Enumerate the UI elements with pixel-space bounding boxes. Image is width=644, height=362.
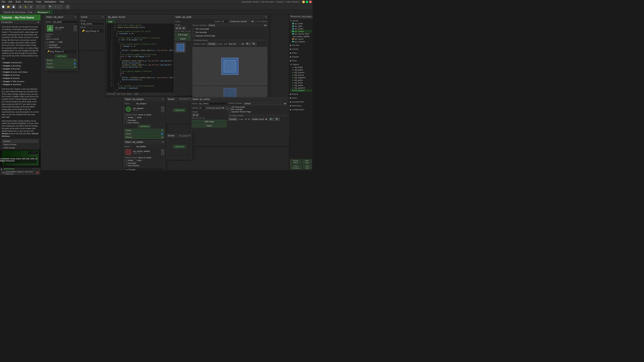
sounds-header[interactable]: ▶ Sounds bbox=[290, 48, 312, 51]
stop-button[interactable]: ■ bbox=[28, 4, 33, 9]
obj-juliet2-item[interactable]: ◈ obj_juliet2 bbox=[290, 69, 312, 71]
weapon-persistent-checkbox[interactable] bbox=[124, 119, 127, 121]
events-window-header[interactable]: Events ✕ bbox=[80, 15, 105, 19]
preview-collision-btn[interactable]: Preview bbox=[207, 42, 216, 45]
chapter-5[interactable]: • Chapter 5 Scoring bbox=[2, 73, 39, 77]
chapter-2[interactable]: • Chapter 2 Shooting bbox=[2, 64, 39, 67]
obj-player-header[interactable]: Object: obj_player ✕ bbox=[45, 15, 78, 19]
undo-button[interactable]: ↩ bbox=[36, 4, 40, 9]
menu-edit[interactable]: Edit bbox=[8, 1, 13, 3]
menu-build[interactable]: Build bbox=[15, 1, 21, 3]
tile-v-checkbox[interactable] bbox=[192, 31, 194, 33]
uses-physics-checkbox[interactable] bbox=[46, 46, 48, 48]
spr-weapon-item[interactable]: spr_weapon bbox=[290, 40, 312, 43]
obj-menu-item[interactable]: ◈ obj_menu bbox=[290, 81, 312, 84]
chapter-4[interactable]: • Chapter 4 Lives And Views bbox=[2, 70, 39, 74]
enemy-texture-select[interactable]: Default bbox=[244, 102, 287, 105]
enemy-sep-tex-checkbox[interactable] bbox=[228, 111, 230, 113]
add-event-button[interactable]: Add Event bbox=[55, 54, 68, 58]
enemy-tile-h-checkbox[interactable] bbox=[228, 106, 230, 108]
splatter-event-create[interactable]: ★ Create bbox=[125, 168, 164, 170]
sep-tex-page-checkbox[interactable] bbox=[192, 35, 194, 37]
sprite-prev-btn[interactable]: ◀ bbox=[175, 26, 178, 29]
sprite-enemy-header[interactable]: Sprite: spr_enemy ✕ bbox=[191, 97, 289, 101]
parent-button[interactable]: Parent👤 bbox=[46, 62, 77, 65]
magnify-out-btn[interactable]: 🔍- bbox=[252, 42, 256, 45]
enemy-name-input[interactable] bbox=[199, 102, 226, 105]
minimize-button[interactable] bbox=[302, 1, 305, 3]
enemy-speed-input[interactable] bbox=[199, 106, 204, 109]
obj-fragment-item[interactable]: ◈ obj_fragment bbox=[290, 76, 312, 79]
redo-button[interactable]: ↪ bbox=[41, 4, 46, 9]
spr-enemy-item[interactable]: spr_enemy bbox=[290, 30, 312, 32]
new-button[interactable]: 📄 bbox=[1, 4, 6, 9]
weapon-parent-button[interactable]: Parent👤 bbox=[124, 132, 164, 135]
sprite-bullet-header[interactable]: Sprite: spr_bullet ✕ bbox=[174, 15, 268, 19]
new-sprite-button[interactable]: + bbox=[74, 28, 77, 31]
fonts-header[interactable]: ▶ Fonts bbox=[290, 59, 312, 62]
texture-group-select[interactable]: Default bbox=[208, 24, 267, 27]
obj-player-name-input[interactable] bbox=[52, 20, 78, 23]
splatter-edit-btn[interactable]: ✎ bbox=[161, 149, 164, 152]
collision-mask-header[interactable]: ▼ Collision Mask bbox=[192, 39, 267, 42]
enemy-mag-out-btn[interactable]: 🔍- bbox=[275, 118, 280, 121]
chapter-1[interactable]: • Chapter 1 Movement bbox=[2, 61, 39, 64]
splatter-events-add-btn[interactable]: Add Event bbox=[173, 145, 186, 148]
spr-bullet-item[interactable]: spr_bullet bbox=[290, 22, 312, 25]
spr-juliet2-item[interactable]: spr_juliet2 bbox=[290, 27, 312, 30]
events-weapon-header[interactable]: Events obj_player ✕ bbox=[166, 97, 192, 101]
edit-sprite-button[interactable]: ✎ bbox=[74, 25, 77, 28]
splatter-physics-checkbox[interactable] bbox=[124, 164, 127, 167]
event-key-press-8[interactable]: 🔑 Key Press: 8 bbox=[81, 29, 104, 32]
weapon-physics-checkbox[interactable] bbox=[124, 122, 127, 124]
debug-button[interactable]: 🐛 bbox=[24, 4, 28, 9]
obj-splatter-header[interactable]: Object: obj_splatter ✕ bbox=[124, 140, 165, 144]
splatter-new-btn[interactable]: + bbox=[161, 152, 164, 155]
menu-help[interactable]: Help bbox=[59, 1, 65, 3]
zoom-in-button[interactable]: + bbox=[53, 4, 58, 9]
enemy-import-btn[interactable]: Import bbox=[192, 124, 226, 127]
zoom-out-button[interactable]: − bbox=[58, 4, 63, 9]
splatter-solid-checkbox[interactable] bbox=[134, 159, 136, 161]
enemy-prev-btn[interactable]: ◀ bbox=[192, 113, 195, 116]
weapon-new-btn[interactable]: + bbox=[161, 109, 164, 112]
solid-checkbox[interactable] bbox=[55, 41, 57, 43]
included-files-header[interactable]: ▶ Included Files bbox=[290, 100, 312, 103]
save-button[interactable]: 💾 bbox=[11, 4, 16, 9]
obj-spawner-item[interactable]: ◈ obj_spawner bbox=[290, 87, 312, 89]
events-close[interactable]: ✕ bbox=[102, 16, 104, 18]
events-splatter-header[interactable]: Events obj_player ✕ bbox=[166, 134, 192, 138]
enemy-speed-unit-select[interactable]: Frames per second bbox=[206, 107, 225, 109]
open-button[interactable]: 📂 bbox=[6, 4, 11, 9]
splatter-visible-checkbox[interactable] bbox=[124, 159, 127, 161]
chapter-8[interactable]: • Chapter 8 Joysticks bbox=[2, 83, 39, 86]
chapter-6[interactable]: • Chapter 6 Sounds bbox=[2, 77, 39, 80]
weapon-solid-checkbox[interactable] bbox=[134, 116, 136, 119]
chapter-3[interactable]: • Chapter 3 Enemies bbox=[2, 67, 39, 70]
enemy-mag-in-btn[interactable]: 🔍+ bbox=[269, 118, 274, 121]
enemy-origin-select[interactable]: Middle Center Top Left bbox=[251, 118, 268, 121]
events-splatter-close[interactable]: ✕ bbox=[189, 134, 190, 137]
chapter-7[interactable]: • Chapter 7 Title Screens bbox=[2, 80, 39, 83]
obj-enemy-item[interactable]: ◈ obj_enemy bbox=[290, 74, 312, 76]
weapon-add-event-button[interactable]: Add Event bbox=[138, 125, 151, 128]
weapon-edit-btn[interactable]: ✎ bbox=[161, 106, 164, 109]
magnify-in-btn[interactable]: 🔍+ bbox=[246, 42, 251, 45]
menu-windows[interactable]: Windows bbox=[23, 1, 34, 3]
obj-camera-item[interactable]: ◈ obj_camera bbox=[290, 71, 312, 74]
extensions-header[interactable]: ▶ Extensions bbox=[290, 104, 312, 107]
menu-tools[interactable]: Tools bbox=[35, 1, 42, 3]
shaders-header[interactable]: ▶ Shaders bbox=[290, 55, 312, 58]
objects-header[interactable]: ▼ Objects bbox=[290, 63, 312, 66]
events-button[interactable]: Events☰ bbox=[46, 59, 77, 62]
search-button[interactable]: 🔍 bbox=[48, 4, 52, 9]
spr-juliet-item[interactable]: spr_juliet bbox=[290, 25, 312, 27]
obj-weapon-header[interactable]: Object: obj_weapon ✕ bbox=[124, 97, 165, 101]
settings-button[interactable]: ⚙ bbox=[65, 4, 70, 9]
origin-type-select[interactable]: Top Left Top Center Middle Center bbox=[228, 42, 245, 45]
play-button[interactable]: ▶ bbox=[18, 4, 23, 9]
obj-bullet-item[interactable]: ◈ obj_bullet bbox=[290, 66, 312, 69]
code-step-tab[interactable]: Step bbox=[106, 20, 114, 23]
close-button[interactable] bbox=[309, 1, 312, 3]
weapon-visible-checkbox[interactable] bbox=[124, 116, 127, 119]
